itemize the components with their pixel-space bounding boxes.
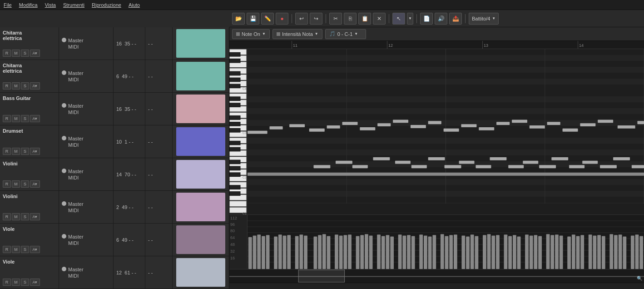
volume-button[interactable]: 🔊: [435, 13, 447, 25]
svg-rect-69: [411, 125, 426, 128]
svg-rect-36: [229, 166, 240, 170]
automation-button-3[interactable]: A▾: [30, 115, 40, 122]
automation-button-2[interactable]: A▾: [30, 82, 40, 90]
track-assign: - -: [145, 27, 173, 60]
menu-aiuto[interactable]: Aiuto: [129, 2, 140, 8]
rec-button-8[interactable]: R: [3, 279, 11, 286]
svg-rect-185: [639, 236, 643, 269]
svg-rect-44: [229, 185, 240, 189]
clip-block[interactable]: [176, 29, 225, 58]
track-numbers-2: 6 49 - -: [114, 60, 145, 92]
track-row: Chitarraelettrica R M S A▾ Master MIDI 1…: [0, 27, 229, 60]
automation-button[interactable]: A▾: [30, 50, 40, 57]
automation-button-6[interactable]: A▾: [30, 213, 40, 220]
time-sig-dropdown[interactable]: Battito/4 ▼: [469, 13, 499, 25]
save-button[interactable]: 💾: [247, 13, 259, 25]
zoom-controls[interactable]: 🔍: [637, 276, 642, 281]
svg-rect-168: [550, 235, 554, 269]
clip-block-7[interactable]: [176, 225, 225, 254]
solo-button-3[interactable]: S: [21, 115, 29, 122]
rec-button-2[interactable]: R: [3, 82, 11, 90]
solo-button-5[interactable]: S: [21, 180, 29, 188]
svg-rect-67: [377, 123, 391, 126]
mute-button-4[interactable]: M: [12, 148, 20, 155]
solo-button-2[interactable]: S: [21, 82, 29, 90]
note-on-button[interactable]: Note On ▼: [232, 29, 270, 39]
svg-rect-80: [598, 120, 613, 123]
track-numbers-8: 12 61 - -: [114, 256, 145, 289]
automation-button-7[interactable]: A▾: [30, 246, 40, 253]
solo-button-6[interactable]: S: [21, 213, 29, 220]
clip-block-8[interactable]: [176, 258, 225, 287]
pointer-button[interactable]: ↖: [392, 13, 405, 25]
svg-rect-64: [327, 125, 340, 129]
delete-button[interactable]: ✕: [373, 13, 386, 25]
main-area: Chitarraelettrica R M S A▾ Master MIDI 1…: [0, 27, 644, 289]
undo-button[interactable]: ↩: [295, 13, 308, 25]
rec-button-3[interactable]: R: [3, 115, 11, 122]
mini-map[interactable]: 🔍: [229, 269, 644, 283]
menu-vista[interactable]: Vista: [45, 2, 56, 8]
settings-button[interactable]: 📄: [420, 13, 433, 25]
mute-button-2[interactable]: M: [12, 82, 20, 90]
solo-button-8[interactable]: S: [21, 279, 29, 286]
cut-button[interactable]: ✂: [329, 13, 342, 25]
open-button[interactable]: 📂: [232, 13, 245, 25]
intensity-button[interactable]: Intensità Nota ▼: [272, 29, 322, 39]
rec-button-5[interactable]: R: [3, 180, 11, 188]
record-button[interactable]: ●: [276, 13, 288, 25]
rec-button-4[interactable]: R: [3, 148, 11, 155]
paste-button[interactable]: 📋: [358, 13, 371, 25]
automation-button-8[interactable]: A▾: [30, 279, 40, 286]
menu-modifica[interactable]: Modifica: [19, 2, 38, 8]
svg-rect-72: [461, 124, 476, 127]
sep2: [326, 14, 326, 23]
menu-strumenti[interactable]: Strumenti: [63, 2, 84, 8]
solo-button-4[interactable]: S: [21, 148, 29, 155]
track-routing-6: Master MIDI: [59, 191, 114, 223]
menu-riproduzione[interactable]: Riproduzione: [92, 2, 121, 8]
export-button[interactable]: 📤: [449, 13, 462, 25]
route-icon-5: [62, 169, 66, 173]
track-controls-7: R M S A▾: [3, 246, 56, 253]
mute-button-5[interactable]: M: [12, 180, 20, 188]
clip-block-5[interactable]: [176, 160, 225, 189]
note-grid[interactable]: [248, 49, 644, 204]
pointer-dropdown[interactable]: ▼: [407, 13, 413, 25]
clip-block-3[interactable]: [176, 95, 225, 123]
svg-rect-141: [407, 235, 411, 269]
rec-button-6[interactable]: R: [3, 213, 11, 220]
clip-block-4[interactable]: [176, 127, 225, 156]
piano-roll: Note On ▼ Intensità Nota ▼ 🎵 0 - C-1 ▼ 1…: [229, 27, 644, 289]
automation-button-5[interactable]: A▾: [30, 180, 40, 188]
track-row-5: Violini R M S A▾ Master MIDI 14 70 - - -…: [0, 158, 229, 191]
svg-rect-62: [289, 124, 305, 127]
redo-button[interactable]: ↪: [310, 13, 322, 25]
svg-rect-93: [314, 165, 331, 168]
svg-rect-94: [352, 165, 368, 168]
svg-rect-78: [563, 129, 578, 132]
rec-button[interactable]: R: [3, 50, 11, 57]
svg-rect-23: [229, 122, 240, 126]
svg-rect-66: [360, 127, 375, 130]
solo-button[interactable]: S: [21, 50, 29, 57]
mute-button-6[interactable]: M: [12, 213, 20, 220]
clip-block-2[interactable]: [176, 62, 225, 90]
mute-button-7[interactable]: M: [12, 246, 20, 253]
solo-button-7[interactable]: S: [21, 246, 29, 253]
edit-button[interactable]: ✏️: [261, 13, 274, 25]
pitch-button[interactable]: 🎵 0 - C-1 ▼: [325, 29, 366, 39]
mute-button[interactable]: M: [12, 50, 20, 57]
track-controls-8: R M S A▾: [3, 279, 56, 286]
horizontal-scrollbar[interactable]: [229, 283, 644, 289]
automation-button-4[interactable]: A▾: [30, 148, 40, 155]
svg-rect-91: [582, 161, 598, 164]
svg-rect-114: [262, 236, 265, 269]
clip-block-6[interactable]: [176, 193, 225, 221]
svg-rect-99: [539, 165, 556, 168]
menu-file[interactable]: File: [4, 2, 12, 8]
copy-button[interactable]: ⎘: [344, 13, 357, 25]
mute-button-8[interactable]: M: [12, 279, 20, 286]
mute-button-3[interactable]: M: [12, 115, 20, 122]
rec-button-7[interactable]: R: [3, 246, 11, 253]
